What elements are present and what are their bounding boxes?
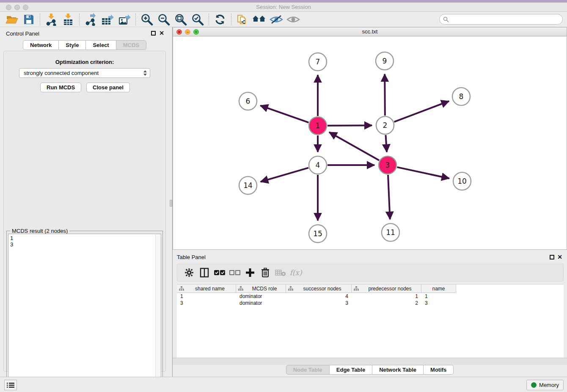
node-table[interactable]: shared nameMCDS rolesuccessor nodesprede…	[177, 284, 564, 358]
first-neighbors-icon[interactable]	[251, 13, 268, 26]
table-cell[interactable]: 3	[286, 300, 352, 306]
node-1[interactable]: 1	[309, 117, 327, 135]
table-cell[interactable]: dominator	[236, 293, 286, 300]
export-table-icon[interactable]	[99, 13, 116, 26]
zoom-in-icon[interactable]	[138, 13, 155, 26]
edge-2-8[interactable]	[394, 101, 449, 122]
edge-4-14[interactable]	[261, 168, 308, 182]
node-14[interactable]: 14	[239, 177, 257, 194]
function-builder-icon[interactable]: f(x)	[288, 265, 303, 280]
float-table-panel-icon[interactable]	[550, 255, 554, 259]
export-image-icon[interactable]	[116, 13, 133, 26]
node-4[interactable]: 4	[309, 156, 327, 174]
criterion-dropdown[interactable]: strongly connected component	[19, 68, 150, 78]
add-row-icon[interactable]	[242, 265, 258, 280]
run-mcds-button[interactable]: Run MCDS	[40, 83, 81, 92]
import-table-icon[interactable]	[60, 13, 77, 26]
network-minimize-icon[interactable]: −	[185, 29, 190, 35]
memory-button[interactable]: Memory	[526, 380, 564, 390]
mcds-result-list[interactable]: 1 3	[8, 234, 155, 389]
show-all-icon[interactable]	[285, 13, 302, 26]
table-footer-band	[173, 358, 567, 365]
table-cell[interactable]: 1	[177, 293, 236, 300]
node-2[interactable]: 2	[376, 116, 394, 134]
search-input[interactable]	[449, 15, 562, 24]
search-box	[439, 14, 563, 25]
table-cell[interactable]: 3	[421, 300, 456, 306]
new-network-from-selection-icon[interactable]	[234, 13, 251, 26]
divider-grip[interactable]	[170, 200, 172, 207]
table-settings-icon[interactable]	[182, 265, 197, 280]
zoom-out-icon[interactable]	[155, 13, 172, 26]
close-table-panel-icon[interactable]: ✕	[557, 254, 562, 261]
zoom-window-icon[interactable]	[23, 5, 28, 10]
svg-text:1: 1	[316, 121, 320, 130]
close-panel-button[interactable]: Close panel	[86, 83, 130, 92]
svg-text:3: 3	[385, 161, 390, 169]
table-cell[interactable]: 3	[177, 300, 236, 306]
network-close-icon[interactable]: ✕	[176, 29, 182, 35]
node-6[interactable]: 6	[239, 92, 257, 110]
app-title: Session: New Session	[0, 3, 567, 11]
column-header-predecessor-nodes[interactable]: predecessor nodes	[352, 284, 421, 293]
table-cell[interactable]: dominator	[236, 300, 286, 306]
table-tab-edge-table[interactable]: Edge Table	[330, 365, 372, 375]
column-header-shared-name[interactable]: shared name	[177, 284, 236, 293]
table-row[interactable]: 1dominator411	[177, 293, 564, 300]
node-10[interactable]: 10	[453, 172, 471, 190]
network-canvas[interactable]: 7968124314101511	[173, 36, 567, 249]
import-network-icon[interactable]	[43, 13, 60, 26]
refresh-view-icon[interactable]	[212, 13, 228, 26]
mcds-result-title: MCDS result (2 nodes)	[10, 228, 69, 234]
table-tab-node-table[interactable]: Node Table	[286, 365, 330, 375]
edge-3-11[interactable]	[388, 175, 390, 219]
column-header-MCDS-role[interactable]: MCDS role	[236, 284, 286, 293]
table-tab-motifs[interactable]: Motifs	[424, 365, 454, 375]
column-header-name[interactable]: name	[421, 284, 456, 293]
deselect-all-checks-icon[interactable]	[227, 265, 242, 280]
edge-2-3[interactable]	[385, 135, 387, 152]
table-cell[interactable]: 2	[352, 300, 421, 306]
edge-2-9[interactable]	[385, 74, 385, 116]
float-panel-icon[interactable]	[151, 31, 156, 36]
edge-1-2[interactable]	[328, 125, 372, 126]
node-8[interactable]: 8	[452, 88, 470, 105]
table-tab-network-table[interactable]: Network Table	[372, 365, 424, 375]
network-window-titlebar: ✕ − + scc.txt	[173, 28, 567, 36]
minimize-window-icon[interactable]	[14, 5, 20, 10]
zoom-fit-icon[interactable]	[172, 13, 189, 26]
tab-select[interactable]: Select	[86, 40, 116, 50]
table-cell[interactable]: 1	[352, 293, 421, 300]
node-9[interactable]: 9	[376, 52, 394, 70]
edge-1-6[interactable]	[260, 105, 308, 122]
node-7[interactable]: 7	[309, 53, 327, 71]
table-row[interactable]: 3dominator323	[177, 300, 564, 306]
result-scrollbar[interactable]	[155, 234, 161, 389]
close-window-icon[interactable]	[6, 5, 11, 10]
edge-3-1[interactable]	[329, 132, 379, 160]
panel-divider[interactable]	[169, 27, 173, 377]
tab-network[interactable]: Network	[23, 40, 59, 50]
delete-row-icon[interactable]	[258, 265, 273, 280]
delete-table-icon[interactable]	[273, 265, 288, 280]
show-columns-icon[interactable]	[197, 265, 212, 280]
hide-selected-icon[interactable]	[268, 13, 285, 26]
edge-3-10[interactable]	[397, 167, 449, 179]
select-all-checks-icon[interactable]	[212, 265, 227, 280]
task-history-icon[interactable]	[4, 380, 17, 390]
toolbar-separator	[135, 14, 136, 25]
tab-mcds[interactable]: MCDS	[116, 40, 146, 50]
open-session-icon[interactable]	[3, 13, 20, 26]
node-3[interactable]: 3	[379, 156, 396, 174]
network-zoom-icon[interactable]: +	[193, 29, 199, 35]
node-15[interactable]: 15	[309, 225, 327, 243]
tab-style[interactable]: Style	[59, 40, 86, 50]
table-cell[interactable]: 1	[421, 293, 456, 300]
save-session-icon[interactable]	[20, 13, 37, 26]
close-panel-icon[interactable]: ✕	[159, 30, 164, 37]
table-cell[interactable]: 4	[286, 293, 352, 300]
export-network-icon[interactable]	[82, 13, 99, 26]
zoom-selected-icon[interactable]	[189, 13, 206, 26]
node-11[interactable]: 11	[382, 224, 399, 241]
column-header-successor-nodes[interactable]: successor nodes	[286, 284, 352, 293]
